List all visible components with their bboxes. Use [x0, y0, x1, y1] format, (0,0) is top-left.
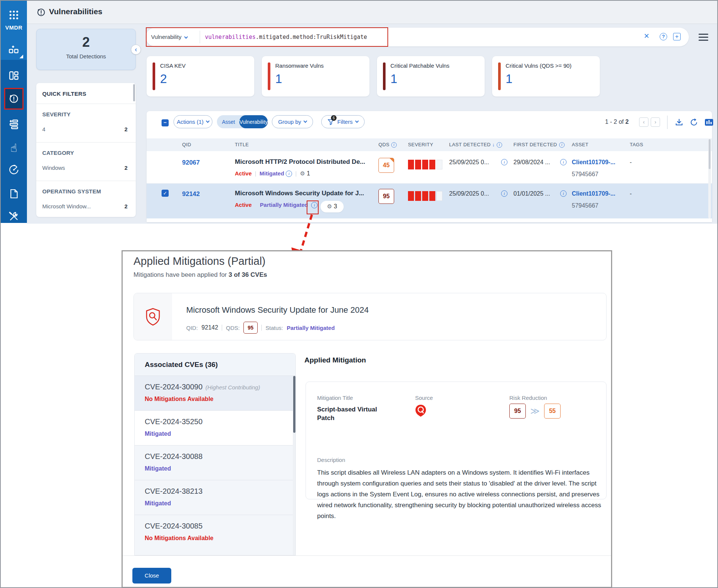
info-icon[interactable]: i — [392, 142, 397, 147]
filters-button[interactable]: 6 Filters — [321, 115, 365, 128]
stat-card-ransomware[interactable]: Ransomware Vulns 1 — [262, 56, 369, 97]
cve-list-item[interactable]: CVE-2024-38213 Mitigated — [135, 480, 296, 515]
actions-button[interactable]: Actions (1) — [174, 115, 212, 128]
app-picker-corner — [19, 55, 23, 58]
quick-filters-title: QUICK FILTERS — [42, 91, 86, 97]
info-icon[interactable]: i — [286, 171, 292, 177]
screenshot-root: VMDR — [0, 0, 718, 588]
asset-link[interactable]: Client101709-... — [572, 190, 616, 197]
col-asset[interactable]: ASSET — [572, 142, 589, 147]
quick-filters-panel: QUICK FILTERS SEVERITY 4 2 CATEGORY Wind… — [36, 83, 136, 217]
filter-severity-4[interactable]: 4 — [42, 126, 45, 132]
cve-list-item[interactable]: CVE-2024-35250 Mitigated — [135, 411, 296, 445]
filter-category-windows-count: 2 — [125, 165, 128, 171]
sidebar-item-prioritization[interactable] — [1, 114, 27, 135]
info-icon[interactable]: i — [559, 142, 564, 147]
stat-card-critical-qds[interactable]: Critical Vulns (QDS >= 90) 1 — [492, 56, 600, 97]
toggle-asset[interactable]: Asset — [217, 115, 240, 128]
qualys-pin-icon — [415, 404, 426, 416]
accent-bar — [498, 62, 501, 90]
total-detections-value: 2 — [37, 34, 135, 50]
total-detections-card[interactable]: 2 Total Detections — [36, 29, 136, 70]
vulnerability-title: Microsoft Windows Security Update for Ju… — [186, 305, 369, 315]
info-icon[interactable]: i — [560, 190, 567, 197]
qid-link[interactable]: 92142 — [182, 190, 200, 198]
risk-from-badge: 95 — [509, 404, 526, 419]
col-qds[interactable]: QDS i — [378, 142, 397, 148]
stat-card-cisa-kev[interactable]: CISA KEV 2 — [147, 56, 254, 97]
first-detected: 01/01/2025 ... — [513, 190, 550, 197]
quick-filters-scrollbar[interactable] — [133, 84, 135, 101]
menu-icon[interactable] — [699, 34, 708, 43]
associated-cves-panel: Associated CVEs (36) CVE-2024-30090(High… — [134, 353, 296, 555]
row-checkbox-checked[interactable]: ✓ — [162, 190, 169, 197]
filters-badge: 6 — [331, 115, 337, 121]
sidebar-item-vulnerabilities[interactable] — [4, 88, 24, 110]
chart-view-icon[interactable] — [705, 118, 714, 127]
sidebar-item-dashboard[interactable] — [1, 65, 27, 86]
col-title[interactable]: TITLE — [235, 142, 249, 147]
add-icon[interactable]: + — [673, 33, 681, 40]
reports-icon — [9, 189, 19, 199]
description-label: Description — [317, 457, 345, 463]
download-icon[interactable] — [675, 118, 684, 127]
info-icon[interactable]: i — [501, 159, 507, 165]
info-icon[interactable]: i — [501, 190, 507, 197]
chevron-down-icon — [304, 119, 307, 123]
cve-list-item[interactable]: CVE-2024-30088 Mitigated — [135, 445, 296, 480]
collapse-panel-button[interactable]: ‹ — [131, 45, 141, 55]
col-last-detected[interactable]: LAST DETECTED ↓ i — [449, 142, 503, 148]
vulnerability-summary-card: Microsoft Windows Security Update for Ju… — [134, 293, 607, 340]
filter-category-windows[interactable]: Windows — [42, 165, 65, 171]
col-qid[interactable]: QID — [182, 142, 191, 147]
associated-cves-heading: Associated CVEs (36) — [135, 353, 296, 376]
stat-label: Critical Vulns (QDS >= 90) — [506, 62, 571, 69]
col-severity[interactable]: SEVERITY — [408, 142, 433, 147]
asset-link[interactable]: Client101709-... — [572, 159, 616, 166]
cve-list-item[interactable]: CVE-2024-30085 No Mitigations Available — [135, 515, 296, 555]
filter-os-windows[interactable]: Microsoft Window... — [42, 203, 91, 209]
toggle-vulnerability[interactable]: Vulnerability — [239, 115, 268, 128]
modal-subtitle: Mitigations have been applied for 3 of 3… — [134, 271, 267, 279]
close-button[interactable]: Close — [132, 568, 171, 584]
asset-id: 57945667 — [572, 202, 598, 209]
stat-label: Ransomware Vulns — [275, 62, 324, 69]
cve-list-item-selected[interactable]: CVE-2024-30090(Highest Contributing) No … — [135, 376, 296, 411]
cve-status: Mitigated — [145, 465, 296, 472]
group-by-button[interactable]: Group by — [272, 115, 313, 128]
refresh-icon[interactable] — [690, 118, 699, 127]
tags-value: - — [630, 159, 632, 166]
filter-heading-os: OPERATING SYSTEM — [42, 188, 101, 195]
scan-gauge-icon — [8, 164, 20, 176]
help-icon[interactable]: ? — [660, 33, 667, 40]
prev-page-button[interactable]: ‹ — [639, 117, 648, 127]
table-row[interactable]: 92067 Microsoft HTTP/2 Protocol Distribu… — [147, 151, 712, 184]
detections-table-card: – Actions (1) Asset Vulnerability Group … — [147, 111, 712, 222]
col-first-detected[interactable]: FIRST DETECTED i — [513, 142, 565, 148]
qid-link[interactable]: 92067 — [182, 159, 200, 166]
info-icon[interactable]: i — [560, 159, 567, 165]
asset-vulnerability-toggle: Asset Vulnerability — [217, 115, 268, 128]
stat-card-critical-patchable[interactable]: Critical Patchable Vulns 1 — [377, 56, 485, 97]
shield-scan-icon — [144, 307, 162, 326]
sidebar-item-scans[interactable] — [1, 159, 27, 180]
apps-grid-icon[interactable] — [1, 4, 27, 25]
filter-os-windows-count: 2 — [125, 203, 128, 209]
sidebar-item-reports[interactable] — [1, 183, 27, 204]
clear-x-icon[interactable]: × — [644, 31, 649, 40]
stat-label: Critical Patchable Vulns — [390, 62, 449, 69]
cve-list-scrollbar[interactable] — [293, 376, 296, 555]
mitigation-title-label: Mitigation Title — [317, 395, 353, 401]
risk-to-badge: 55 — [544, 404, 561, 419]
next-page-button[interactable]: › — [651, 117, 660, 127]
table-scrollbar[interactable] — [708, 138, 711, 218]
table-row-selected[interactable]: ✓ 92142 Microsoft Windows Security Updat… — [147, 184, 712, 218]
stat-label: CISA KEV — [160, 62, 185, 69]
applied-mitigation-heading: Applied Mitigation — [304, 356, 366, 364]
sidebar-item-response[interactable]: ☝ — [1, 137, 27, 158]
select-all-checkbox[interactable]: – — [162, 119, 169, 126]
sidebar-item-tools[interactable] — [1, 206, 27, 227]
info-icon[interactable]: i — [497, 142, 502, 147]
col-tags[interactable]: TAGS — [630, 142, 643, 147]
last-detected: 25/09/2025 0... — [449, 159, 489, 166]
